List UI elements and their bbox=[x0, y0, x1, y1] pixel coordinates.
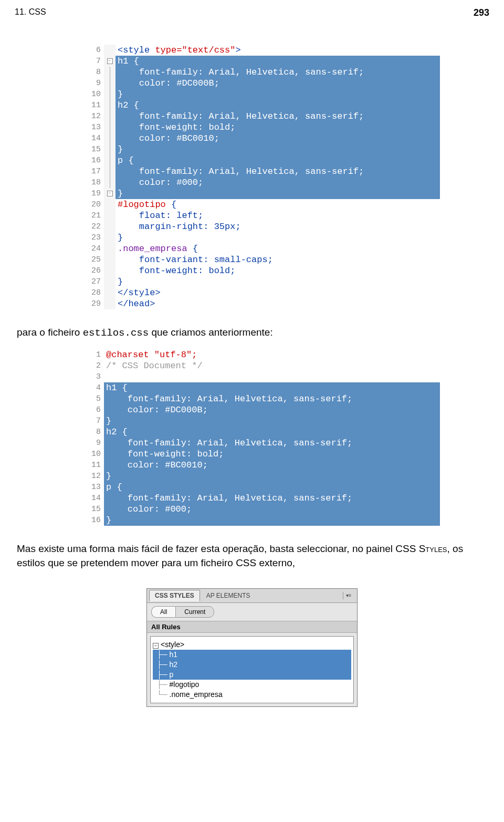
code-line: 8 font-family: Arial, Helvetica, sans-se… bbox=[83, 67, 440, 78]
code-line: 17 font-family: Arial, Helvetica, sans-s… bbox=[83, 166, 440, 177]
tree-item[interactable]: ├─ h2 bbox=[153, 660, 351, 670]
all-rules-header: All Rules bbox=[147, 621, 357, 633]
code-line: 14 color: #BC0010; bbox=[83, 133, 440, 144]
tree-item[interactable]: ├─ h1 bbox=[153, 650, 351, 660]
current-button[interactable]: Current bbox=[175, 606, 214, 618]
code-line: 9 font-family: Arial, Helvetica, sans-se… bbox=[83, 438, 440, 449]
code-line: 1@charset "utf-8"; bbox=[83, 349, 440, 360]
code-line: 12} bbox=[83, 471, 440, 482]
code-line: 23} bbox=[83, 232, 440, 243]
tree-item[interactable]: └─ .nome_empresa bbox=[153, 690, 351, 700]
code-line: 6 color: #DC000B; bbox=[83, 404, 440, 415]
tree-root[interactable]: −<style> bbox=[153, 640, 351, 650]
rules-tree: −<style> ├─ h1 ├─ h2 ├─ p ├─ #logotipo └… bbox=[150, 636, 354, 703]
panel-menu-icon[interactable]: ▾≡ bbox=[343, 592, 354, 599]
code-line: 12 font-family: Arial, Helvetica, sans-s… bbox=[83, 111, 440, 122]
code-line: 7} bbox=[83, 415, 440, 426]
code-line: 14 font-family: Arial, Helvetica, sans-s… bbox=[83, 493, 440, 504]
code-line: 6<style type="text/css"> bbox=[83, 45, 440, 56]
code-line: 21 float: left; bbox=[83, 210, 440, 221]
code-line: 18 color: #000; bbox=[83, 177, 440, 188]
code-line: 13 font-weight: bold; bbox=[83, 122, 440, 133]
code-line: 3 bbox=[83, 371, 440, 382]
paragraph-1: para o ficheiro estilos.css que criamos … bbox=[17, 325, 487, 341]
code-line: 20#logotipo { bbox=[83, 199, 440, 210]
code-editor-estilos-css: 1@charset "utf-8";2/* CSS Document */34h… bbox=[83, 349, 440, 526]
code-line: 11 color: #BC0010; bbox=[83, 460, 440, 471]
all-button[interactable]: All bbox=[151, 606, 175, 618]
code-line: 25 font-variant: small-caps; bbox=[83, 254, 440, 265]
tree-item[interactable]: ├─ p bbox=[153, 670, 351, 680]
code-line: 9 color: #DC000B; bbox=[83, 78, 440, 89]
code-line: 4h1 { bbox=[83, 382, 440, 393]
code-line: 16p { bbox=[83, 155, 440, 166]
code-line: 24.nome_empresa { bbox=[83, 243, 440, 254]
code-line: 15 color: #000; bbox=[83, 504, 440, 515]
code-line: 7−h1 { bbox=[83, 56, 440, 67]
code-line: 10} bbox=[83, 89, 440, 100]
code-line: 29</head> bbox=[83, 298, 440, 309]
code-line: 26 font-weight: bold; bbox=[83, 265, 440, 276]
page-number: 293 bbox=[474, 7, 489, 18]
panel-tabs: CSS STYLES AP ELEMENTS ▾≡ bbox=[147, 589, 357, 603]
code-line: 10 font-weight: bold; bbox=[83, 449, 440, 460]
code-line: 22 margin-right: 35px; bbox=[83, 221, 440, 232]
code-line: 19−} bbox=[83, 188, 440, 199]
code-editor-inline-style: 6<style type="text/css">7−h1 {8 font-fam… bbox=[83, 45, 440, 309]
code-line: 2/* CSS Document */ bbox=[83, 360, 440, 371]
tree-item[interactable]: ├─ #logotipo bbox=[153, 680, 351, 690]
tab-ap-elements[interactable]: AP ELEMENTS bbox=[201, 590, 256, 601]
tab-css-styles[interactable]: CSS STYLES bbox=[149, 590, 200, 601]
code-line: 5 font-family: Arial, Helvetica, sans-se… bbox=[83, 393, 440, 404]
chapter-label: 11. CSS bbox=[15, 7, 46, 18]
code-line: 27} bbox=[83, 276, 440, 287]
code-line: 16} bbox=[83, 515, 440, 526]
code-line: 15} bbox=[83, 144, 440, 155]
css-styles-panel: CSS STYLES AP ELEMENTS ▾≡ All Current Al… bbox=[146, 588, 358, 707]
paragraph-2: Mas existe uma forma mais fácil de fazer… bbox=[17, 542, 487, 570]
code-line: 11h2 { bbox=[83, 100, 440, 111]
code-line: 28</style> bbox=[83, 287, 440, 298]
code-line: 8h2 { bbox=[83, 426, 440, 438]
code-line: 13p { bbox=[83, 482, 440, 493]
